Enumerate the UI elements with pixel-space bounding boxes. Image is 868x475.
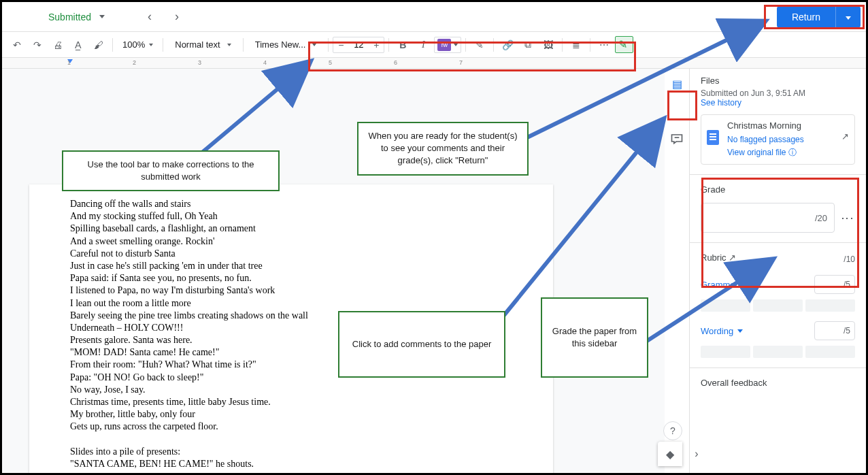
document-line[interactable]: Careful not to disturb Santa [70, 248, 512, 260]
add-comment-button[interactable] [667, 129, 686, 148]
document-line[interactable]: And my stocking stuffed full, Oh Yeah [70, 210, 512, 223]
explore-button[interactable]: ◆ [658, 442, 682, 466]
open-rubric-icon[interactable]: ↗ [729, 252, 736, 263]
document-line[interactable]: I listened to Papa, no way I'm disturbin… [70, 284, 512, 297]
document-line[interactable]: I lean out the room a little more [70, 297, 512, 310]
grade-heading: Grade [701, 184, 855, 195]
document-line[interactable]: Papa said: if Santa see you, no presents… [70, 272, 512, 284]
separator [493, 38, 494, 52]
rubric-level[interactable] [805, 299, 855, 312]
rubric-level[interactable] [701, 299, 750, 312]
rubric-criterion-toggle[interactable]: Wording [701, 326, 743, 336]
grade-row: /20 ⋮ [701, 203, 855, 233]
rubric-score-input[interactable]: /5 [814, 321, 855, 340]
print-button[interactable]: 🖨 [48, 36, 67, 54]
document-line[interactable]: From their room: "Huh? What? What time i… [70, 359, 512, 371]
editing-mode-select[interactable]: ✎ [615, 36, 633, 53]
file-card[interactable]: Christmas Morning No flagged passages Vi… [701, 114, 855, 165]
rubric-score-input[interactable]: /5 [814, 275, 855, 294]
redo-button[interactable]: ↷ [28, 36, 47, 54]
paint-format-button[interactable]: 🖌 [89, 36, 108, 54]
student-nav: ‹ › [139, 6, 188, 28]
document-line[interactable]: "SANTA CAME, BEN! HE CAME!" he shouts. [70, 458, 512, 470]
document-line[interactable]: No way, Jose, I say. [70, 384, 512, 396]
insert-image-button[interactable]: 🖼 [539, 36, 558, 54]
comment-bank-button[interactable]: ▤ [667, 74, 686, 93]
spellcheck-button[interactable]: A̲ [69, 36, 88, 54]
highlight-button[interactable]: ✎ [470, 36, 489, 54]
add-comment-button[interactable]: ⧉ [518, 36, 537, 54]
margin-tools: ▤ [665, 69, 689, 473]
prev-student-button[interactable]: ‹ [139, 6, 161, 28]
fontsize-decrease-button[interactable]: − [333, 37, 348, 52]
readwrite-extension[interactable]: rw [434, 37, 461, 53]
font-family-select[interactable]: Times New... [248, 36, 324, 53]
horizontal-ruler[interactable]: 1234567 [2, 58, 866, 69]
rubric-level[interactable] [753, 346, 803, 358]
italic-button[interactable]: I [414, 36, 433, 54]
collapse-sidebar-button[interactable]: › [686, 442, 707, 466]
separator [590, 38, 590, 52]
document-line[interactable]: "MOM! DAD! Santa came! He came!" [70, 346, 512, 359]
insert-link-button[interactable]: 🔗 [498, 36, 517, 54]
separator [243, 38, 244, 52]
rubric-heading: Rubric ↗ [701, 252, 736, 263]
rubric-criterion-toggle[interactable]: Grammar [701, 280, 748, 290]
chevron-down-icon [312, 44, 316, 46]
separator [112, 38, 113, 52]
fontsize-increase-button[interactable]: + [369, 37, 384, 52]
grade-input[interactable]: /20 [701, 203, 835, 233]
rubric-level[interactable] [805, 346, 855, 358]
document-line[interactable]: Just in case he's still packing 'em in u… [70, 260, 512, 272]
ruler-mark: 7 [459, 59, 463, 66]
document-line[interactable]: Presents galore. Santa was here. [70, 334, 512, 346]
chevron-down-icon [742, 283, 748, 286]
document-line[interactable]: Christmas time, presents time, little ba… [70, 396, 512, 408]
ruler-mark: 3 [198, 59, 201, 66]
separator [328, 38, 329, 52]
files-heading: Files [701, 76, 855, 86]
help-button[interactable]: ? [663, 421, 682, 440]
zoom-select[interactable]: 100% [117, 37, 158, 52]
return-dropdown[interactable] [835, 6, 861, 28]
info-icon: ⓘ [788, 148, 797, 157]
document-line[interactable]: Barely seeing the pine tree limbs creati… [70, 310, 512, 322]
rubric-criterion: Wording/5 [701, 321, 855, 358]
bold-button[interactable]: B [393, 36, 412, 54]
document-line[interactable]: Spilling baseball cards, a flashlight, a… [70, 223, 512, 235]
ruler-mark: 4 [263, 59, 267, 66]
submitted-date: Submitted on Jun 3, 9:51 AM [701, 88, 855, 98]
submitted-dropdown[interactable]: Submitted [41, 6, 112, 28]
no-flagged-link[interactable]: No flagged passages [727, 135, 848, 144]
body-row: Dancing off the walls and stairsAnd my s… [2, 69, 866, 473]
document-line[interactable]: My brother, little baby, only four [70, 408, 512, 421]
document-line[interactable]: Papa: "OH NO! Go back to sleep!" [70, 372, 512, 384]
return-button[interactable]: Return [777, 6, 835, 28]
document-line[interactable]: Dancing off the walls and stairs [70, 198, 512, 210]
see-history-link[interactable]: See history [701, 98, 855, 108]
align-button[interactable]: ≣ [567, 36, 586, 54]
next-student-button[interactable]: › [166, 6, 188, 28]
document-area: Dancing off the walls and stairsAnd my s… [2, 69, 665, 473]
open-new-icon[interactable]: ↗ [841, 131, 849, 142]
rubric-level[interactable] [753, 299, 803, 312]
doc-icon [707, 130, 719, 145]
more-button[interactable]: ⋯ [595, 36, 614, 54]
rubric-level[interactable] [701, 346, 750, 358]
document-line[interactable]: Gets up, runs across the carpeted floor. [70, 421, 512, 433]
paragraph-style-select[interactable]: Normal text [167, 36, 238, 53]
chevron-down-icon [846, 16, 851, 20]
chevron-down-icon [149, 44, 153, 46]
svg-rect-0 [675, 137, 680, 138]
grade-menu-button[interactable]: ⋮ [840, 212, 855, 223]
rubric-criterion: Grammar/5 [701, 275, 855, 312]
document-line[interactable]: And a sweet smelling orange. Rockin' [70, 235, 512, 248]
document-line[interactable] [70, 433, 512, 446]
fontsize-value[interactable]: 12 [348, 39, 369, 50]
document-line[interactable]: Underneath – HOLY COW!!! [70, 322, 512, 334]
view-original-link[interactable]: View original file ⓘ [727, 147, 848, 159]
document-line[interactable]: Slides into a pile of presents: [70, 446, 512, 458]
undo-button[interactable]: ↶ [7, 36, 27, 54]
dropdown-icon [99, 15, 105, 18]
document-page[interactable]: Dancing off the walls and stairsAnd my s… [29, 184, 553, 473]
